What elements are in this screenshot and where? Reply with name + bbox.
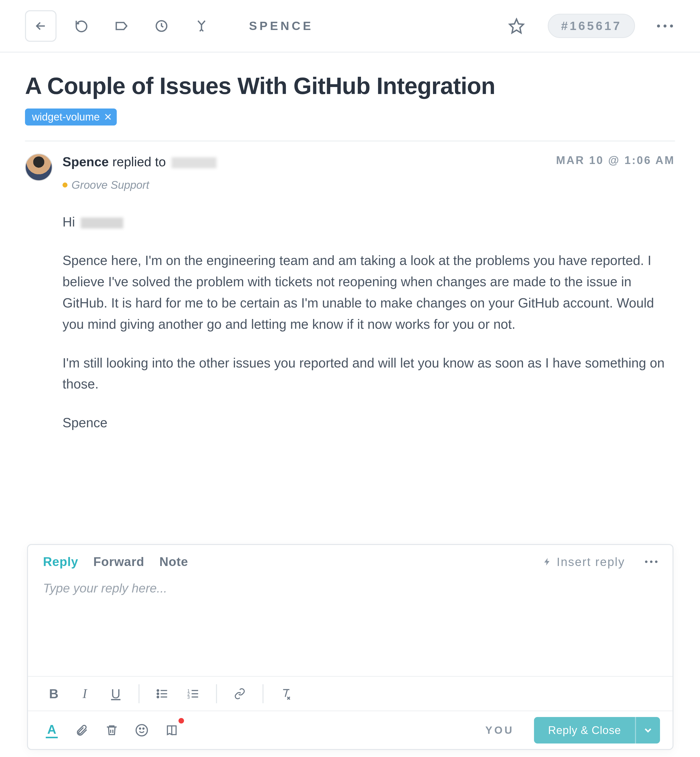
divider [25, 140, 675, 142]
attach-button[interactable] [70, 719, 93, 741]
message-body: Hi Spence here, I'm on the engineering t… [62, 212, 675, 434]
text-color-icon: A [46, 722, 58, 738]
more-actions-button[interactable] [655, 25, 675, 28]
message: Spence replied to Groove Support MAR 10 … [25, 151, 675, 451]
number-list-icon: 123 [187, 687, 200, 700]
chevron-down-icon [642, 725, 653, 736]
link-icon [234, 688, 246, 700]
conversation-toolbar: SPENCE #165617 [0, 0, 700, 53]
smile-icon [135, 724, 148, 737]
insert-reply-button[interactable]: Insert reply [543, 555, 625, 569]
format-toolbar: B I U 123 [28, 676, 672, 710]
tab-forward[interactable]: Forward [93, 554, 144, 569]
tag-icon [114, 19, 128, 33]
tab-reply[interactable]: Reply [43, 554, 78, 569]
mailbox-status-dot [62, 183, 67, 187]
bullet-list-button[interactable] [148, 682, 176, 705]
mailbox-name: Groove Support [72, 176, 149, 194]
conversation-content: A Couple of Issues With GitHub Integrati… [0, 72, 700, 451]
ticket-id-badge[interactable]: #165617 [548, 14, 635, 38]
svg-point-3 [157, 693, 159, 695]
send-button-group: Reply & Close [534, 717, 660, 743]
clock-icon [155, 19, 169, 33]
tag-remove-icon[interactable]: ✕ [104, 111, 112, 123]
text-color-button[interactable]: A [41, 719, 63, 741]
arrow-left-icon [34, 19, 48, 33]
tag-chip[interactable]: widget-volume ✕ [25, 109, 117, 125]
bold-icon: B [49, 686, 58, 701]
notification-badge [178, 718, 184, 724]
ticket-subject: A Couple of Issues With GitHub Integrati… [25, 72, 675, 100]
bold-button[interactable]: B [40, 682, 67, 705]
tag-button[interactable] [106, 11, 136, 41]
reply-and-close-button[interactable]: Reply & Close [534, 717, 635, 743]
name-redacted [81, 217, 123, 228]
italic-icon: I [83, 686, 87, 701]
underline-button[interactable]: U [102, 682, 130, 705]
svg-point-15 [139, 728, 141, 729]
svg-point-4 [157, 696, 159, 698]
bullet-list-icon [156, 687, 169, 700]
mailbox-row: Groove Support [62, 176, 217, 194]
svg-point-16 [143, 728, 144, 729]
star-icon [508, 18, 525, 34]
action-text: replied to [109, 155, 169, 169]
composer-action-row: A YOU Reply & Close [28, 710, 672, 749]
merge-icon [194, 19, 208, 33]
delete-button[interactable] [100, 719, 123, 741]
send-dropdown-button[interactable] [635, 717, 660, 743]
star-button[interactable] [505, 15, 528, 37]
number-list-button[interactable]: 123 [180, 682, 207, 705]
back-button[interactable] [25, 10, 56, 42]
tab-note[interactable]: Note [159, 554, 188, 569]
composer-more-button[interactable] [645, 560, 658, 563]
book-icon [165, 724, 178, 737]
svg-point-14 [136, 724, 147, 736]
merge-button[interactable] [186, 11, 217, 41]
snooze-button[interactable] [147, 11, 177, 41]
italic-button[interactable]: I [71, 682, 98, 705]
assignee-label[interactable]: SPENCE [249, 19, 313, 33]
link-button[interactable] [226, 682, 253, 705]
message-timestamp: MAR 10 @ 1:06 AM [556, 151, 675, 169]
reply-textarea[interactable]: Type your reply here... [28, 571, 672, 676]
composer-tabs: Reply Forward Note Insert reply [28, 545, 672, 571]
sender-line: Spence replied to [62, 151, 217, 172]
clear-format-button[interactable] [272, 682, 300, 705]
underline-icon: U [111, 686, 120, 701]
emoji-button[interactable] [131, 719, 153, 741]
clear-format-icon [280, 687, 292, 700]
svg-marker-1 [510, 19, 523, 33]
canned-replies-button[interactable] [161, 719, 183, 741]
reply-placeholder: Type your reply here... [43, 581, 167, 595]
recipient-redacted [172, 157, 217, 168]
svg-text:3: 3 [187, 695, 190, 699]
assigned-to-short[interactable]: YOU [485, 724, 514, 736]
tag-label: widget-volume [32, 111, 100, 123]
trash-icon [105, 724, 118, 737]
svg-point-2 [157, 690, 159, 691]
avatar[interactable] [25, 153, 53, 181]
undo-button[interactable] [67, 11, 97, 41]
reply-composer: Reply Forward Note Insert reply Type you… [27, 544, 673, 750]
undo-icon [75, 19, 89, 33]
sender-name: Spence [62, 155, 109, 169]
paperclip-icon [75, 724, 88, 737]
message-header: Spence replied to Groove Support MAR 10 … [62, 151, 675, 194]
bolt-icon [543, 557, 552, 566]
